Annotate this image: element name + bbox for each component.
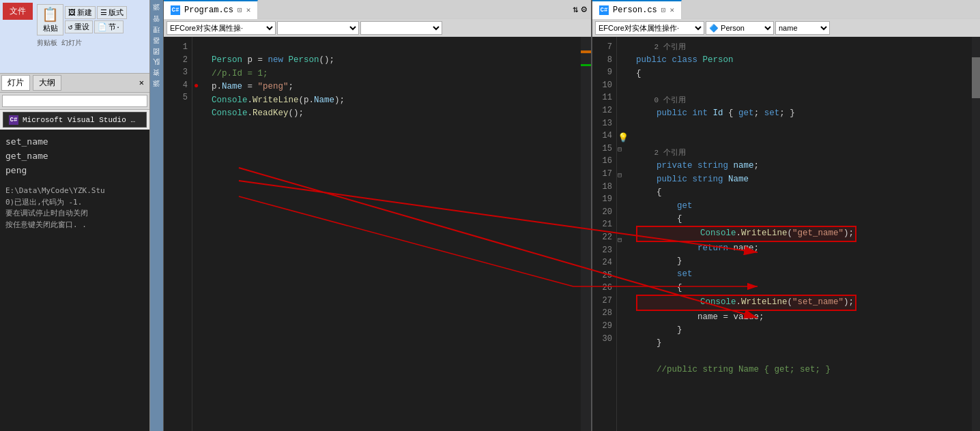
exp-8 <box>618 54 629 67</box>
search-input[interactable] <box>2 95 147 107</box>
vs-studio-item[interactable]: C# Microsoft Visual Studio 调... <box>3 112 147 128</box>
exp-28 <box>618 313 629 326</box>
vtab-2[interactable]: 源 <box>151 14 163 19</box>
ind-2 <box>194 54 203 67</box>
person-tab-bar: C# Person.cs ⊡ ✕ <box>592 0 980 19</box>
person-member-select[interactable]: name <box>775 21 830 35</box>
exp-10 <box>618 80 629 93</box>
toolbar: 文件 📋 粘贴 🖼新建 <box>0 0 149 74</box>
exp-21 <box>618 222 629 235</box>
program-code-area: 12345 ● Person p = new Person(); //p.Id … <box>164 37 591 431</box>
file-button[interactable]: 文件 <box>3 3 33 20</box>
reset-button[interactable]: ↺重设 <box>65 20 93 33</box>
exp-29 <box>618 326 629 339</box>
program-class-select[interactable] <box>277 21 359 35</box>
ind-5 <box>194 93 203 106</box>
left-panel: 文件 📋 粘贴 🖼新建 <box>0 0 150 431</box>
exp-30 <box>618 339 629 352</box>
program-cs-tab[interactable]: C# Program.cs ⊡ ✕ <box>164 0 258 19</box>
program-scroll-marker1 <box>581 50 591 53</box>
person-line-numbers: 7891011121314151617181920212223242526272… <box>592 37 617 431</box>
editor-controls: ⇅ ⚙ <box>573 3 591 15</box>
vtab-6[interactable]: 团 <box>151 57 163 63</box>
person-cs-tab[interactable]: C# Person.cs ⊡ ✕ <box>592 0 682 19</box>
clipboard-label: 剪贴板 <box>37 38 57 48</box>
exp-18 <box>618 183 629 196</box>
program-scrollbar[interactable] <box>581 37 591 431</box>
main-layout: 文件 📋 粘贴 🖼新建 <box>0 0 980 431</box>
exp-24 <box>618 261 629 274</box>
vtab-5[interactable]: 器 <box>151 46 163 52</box>
program-tab-bar: C# Program.cs ⊡ ✕ ⇅ ⚙ <box>164 0 591 19</box>
person-scrollbar[interactable] <box>972 37 980 431</box>
exp-23 <box>618 248 629 261</box>
person-class-select[interactable]: 🔷 Person <box>706 21 774 35</box>
program-member-select[interactable] <box>360 21 442 35</box>
outline-tab[interactable]: 大纲 <box>33 75 61 91</box>
person-tab-close[interactable]: ✕ <box>669 5 674 14</box>
exp-7 <box>618 41 629 54</box>
node-button[interactable]: 📄节· <box>94 20 124 33</box>
slides-tab[interactable]: 灯片 <box>1 75 30 91</box>
editors-area: C# Program.cs ⊡ ✕ ⇅ ⚙ EFCore对实体属性操· <box>164 0 980 431</box>
vtab-3[interactable]: 管 <box>151 25 163 30</box>
person-cs-editor: C# Person.cs ⊡ ✕ EFCore对实体属性操作· 🔷 Person <box>591 0 980 431</box>
new-button[interactable]: 🖼新建 <box>65 6 96 19</box>
exp-26 <box>618 287 629 300</box>
exp-25 <box>618 274 629 287</box>
program-indicators: ● <box>192 37 205 431</box>
program-tab-close[interactable]: ✕ <box>246 5 251 14</box>
exp-27 <box>618 300 629 313</box>
exp-12 <box>618 106 629 119</box>
program-cs-editor: C# Program.cs ⊡ ✕ ⇅ ⚙ EFCore对实体属性操· <box>164 0 591 431</box>
person-tab-icon: C# <box>599 5 609 15</box>
program-context-select[interactable]: EFCore对实体属性操· <box>167 21 276 35</box>
format-button[interactable]: ☰版式 <box>97 6 127 19</box>
vtab-8[interactable]: 资 <box>151 79 163 85</box>
ind-1 <box>194 41 203 54</box>
console-output: set_name get_name peng E:\Data\MyCode\YZ… <box>0 130 149 431</box>
exp-17-collapse[interactable]: ⊟ <box>618 170 629 183</box>
program-toolbar-bar: EFCore对实体属性操· <box>164 19 591 37</box>
exp-16 <box>618 158 629 170</box>
program-scroll-marker2 <box>581 64 591 66</box>
console-line-peng: peng <box>5 164 144 178</box>
person-scroll-thumb <box>972 57 980 98</box>
person-toolbar-bar: EFCore对实体属性操作· 🔷 Person name <box>592 19 980 37</box>
vertical-sidebar: 资 源 管 理 器 团 队 资 源 <box>150 0 164 431</box>
split-button[interactable]: ⇅ <box>573 3 578 15</box>
panel-close-button[interactable]: ✕ <box>135 76 148 89</box>
ind-3 <box>194 67 203 80</box>
exp-22-collapse[interactable]: ⊟ <box>618 235 629 248</box>
exp-19 <box>618 196 629 209</box>
editors-row: C# Program.cs ⊡ ✕ ⇅ ⚙ EFCore对实体属性操· <box>164 0 980 431</box>
exp-15-collapse[interactable]: ⊟ <box>618 145 629 158</box>
vtab-9[interactable]: 源 <box>151 90 163 95</box>
options-button[interactable]: ⚙ <box>581 3 587 15</box>
paste-button[interactable]: 📋 粘贴 <box>37 4 63 35</box>
program-tab-icon: C# <box>171 5 180 15</box>
exp-13 <box>618 119 629 132</box>
person-expand-col: 💡 ⊟ ⊟ ⊟ <box>617 37 629 431</box>
program-line-numbers: 12345 <box>164 37 192 431</box>
person-code-area: 7891011121314151617181920212223242526272… <box>592 37 980 431</box>
person-tab-pin[interactable]: ⊡ <box>661 5 666 14</box>
panel-tabs: 灯片 大纲 ✕ <box>0 74 149 93</box>
console-line-set-name: set_name <box>5 135 144 149</box>
program-code-content[interactable]: Person p = new Person(); //p.Id = 1; p.N… <box>205 37 581 431</box>
program-tab-pin[interactable]: ⊡ <box>237 5 242 14</box>
ind-4-breakpoint: ● <box>194 80 203 93</box>
exp-11 <box>618 93 629 106</box>
exp-14-bulb: 💡 <box>618 132 629 145</box>
vtab-1[interactable]: 资 <box>151 3 163 8</box>
console-info: E:\Data\MyCode\YZK.Stu 0)已退出,代码为 -1. 要在调… <box>5 185 144 231</box>
person-code-content[interactable]: 2 个引用 public class Person { 0 个引用 public… <box>629 37 972 431</box>
exp-20 <box>618 209 629 222</box>
console-line-get-name: get_name <box>5 149 144 164</box>
person-context-select[interactable]: EFCore对实体属性操作· <box>595 21 704 35</box>
vtab-4[interactable]: 理 <box>151 35 163 41</box>
exp-9 <box>618 67 629 80</box>
slide-label: 幻灯片 <box>61 38 82 48</box>
toolbar-row: 文件 📋 粘贴 🖼新建 <box>3 3 147 70</box>
vtab-7[interactable]: 队 <box>151 68 163 74</box>
